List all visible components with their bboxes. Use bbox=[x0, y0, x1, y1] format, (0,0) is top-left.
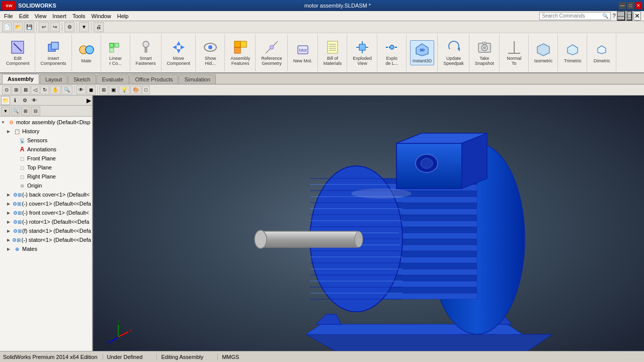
menu-help[interactable]: Help bbox=[114, 12, 132, 20]
mate-button[interactable]: Mate bbox=[75, 41, 98, 65]
search-box[interactable]: 🔍 bbox=[539, 12, 611, 20]
undo-button[interactable]: ↩ bbox=[39, 22, 49, 32]
explo-line-button[interactable]: Explode L... bbox=[381, 38, 403, 67]
tab-sketch[interactable]: Sketch bbox=[68, 74, 96, 84]
trimetric-button[interactable]: Trimetric bbox=[561, 41, 584, 65]
new-document-button[interactable]: 📄 bbox=[2, 22, 12, 32]
tree-stator-item[interactable]: ▶ ⚙⊞ (-) stator<1> (Default<<Defa bbox=[0, 235, 92, 244]
isometric-button[interactable]: Isometric bbox=[532, 41, 555, 65]
rebuild-button[interactable]: ⚙ bbox=[64, 22, 74, 32]
print-button[interactable]: 🖨 bbox=[94, 22, 104, 32]
minimize-button[interactable]: — bbox=[619, 2, 626, 9]
tree-expand-button[interactable]: ⊞ bbox=[21, 107, 30, 116]
tab-layout[interactable]: Layout bbox=[40, 74, 67, 84]
display-style-button[interactable]: ◼ bbox=[87, 85, 96, 95]
tree-mates-item[interactable]: ▶ ⊕ Mates bbox=[0, 244, 92, 253]
menu-edit[interactable]: Edit bbox=[16, 12, 32, 20]
tree-tab-config[interactable]: ⚙ bbox=[20, 96, 29, 105]
tab-office[interactable]: Office Products bbox=[129, 74, 178, 84]
update-speedpak-button[interactable]: UpdateSpeedpak bbox=[441, 38, 466, 67]
view-orientation-button[interactable]: ▣ bbox=[109, 85, 118, 95]
menu-view[interactable]: View bbox=[32, 12, 50, 20]
section-view-button[interactable]: ⊞ bbox=[99, 85, 108, 95]
instant3d-button[interactable]: 3D Instant3D bbox=[410, 40, 435, 65]
reference-geometry-icon bbox=[264, 39, 280, 55]
tree-top-plane-item[interactable]: ◻ Top Plane bbox=[0, 163, 92, 172]
show-hidden-button[interactable]: ShowHid... bbox=[199, 38, 221, 67]
tree-toolbar: ▼ 🔍 ⊞ ⊟ bbox=[0, 106, 92, 117]
svg-text:3D: 3D bbox=[420, 48, 425, 52]
menu-insert[interactable]: Insert bbox=[49, 12, 69, 20]
previous-view-button[interactable]: ◁ bbox=[31, 85, 40, 95]
zoom-to-area-button[interactable]: ⊠ bbox=[21, 85, 30, 95]
open-button[interactable]: 📂 bbox=[13, 22, 23, 32]
tree-front-plane-item[interactable]: ◻ Front Plane bbox=[0, 154, 92, 163]
tab-evaluate[interactable]: Evaluate bbox=[97, 74, 129, 84]
tree-history-item[interactable]: ▶ 📋 History bbox=[0, 127, 92, 136]
lights-button[interactable]: 💡 bbox=[119, 85, 130, 95]
origin-label: Origin bbox=[27, 183, 42, 189]
rotate-button[interactable]: ↻ bbox=[40, 85, 49, 95]
linear-button[interactable]: Linearr Co... bbox=[105, 38, 127, 67]
tab-simulation[interactable]: Simulation bbox=[179, 74, 215, 84]
svg-rect-43 bbox=[482, 42, 487, 44]
tree-cover-item[interactable]: ▶ ⚙⊞ (-) cover<1> (Default<<Defa bbox=[0, 199, 92, 208]
take-snapshot-button[interactable]: TakeSnapshot bbox=[473, 38, 496, 67]
toolbar-group-insert: InsertComponents bbox=[36, 34, 72, 71]
tree-filter-button[interactable]: ▼ bbox=[1, 107, 10, 116]
back-cover-label: (-) back cover<1> (Default< bbox=[22, 192, 90, 198]
tree-arrow[interactable]: ▶ bbox=[87, 97, 91, 104]
titlebar: SW SOLIDWORKS motor assembly.SLDASM * — … bbox=[0, 0, 644, 11]
hide-show-button[interactable]: 👁 bbox=[76, 85, 86, 95]
new-mot-button[interactable]: Mot New Mot. bbox=[291, 41, 314, 65]
move-component-button[interactable]: MoveComponent bbox=[165, 38, 193, 67]
tree-annotations-item[interactable]: A Annotations bbox=[0, 145, 92, 154]
tree-right-plane-item[interactable]: ◻ Right Plane bbox=[0, 172, 92, 181]
tree-search-button[interactable]: 🔍 bbox=[11, 107, 20, 116]
tree-tab-display[interactable]: 👁 bbox=[30, 96, 39, 105]
assembly-features-button[interactable]: AssemblyFeatures bbox=[228, 38, 252, 67]
appearances-button[interactable]: 🎨 bbox=[130, 85, 141, 95]
close-button[interactable]: ✕ bbox=[635, 2, 642, 9]
tree-sensors-item[interactable]: 📡 Sensors bbox=[0, 136, 92, 145]
menu-tools[interactable]: Tools bbox=[69, 12, 89, 20]
menu-file[interactable]: File bbox=[1, 12, 16, 20]
pan-button[interactable]: ✋ bbox=[50, 85, 61, 95]
menu-window[interactable]: Window bbox=[89, 12, 114, 20]
insert-components-button[interactable]: InsertComponents bbox=[39, 38, 68, 67]
bill-of-materials-button[interactable]: Bill ofMaterials bbox=[321, 38, 344, 67]
smart-fasteners-button[interactable]: SmartFasteners bbox=[134, 38, 158, 67]
search-input[interactable] bbox=[542, 13, 602, 19]
app-logo: SW SOLIDWORKS bbox=[2, 1, 56, 10]
zoom-button[interactable]: 🔍 bbox=[61, 85, 72, 95]
options-button[interactable]: ▼ bbox=[79, 22, 89, 32]
tree-root-item[interactable]: ▼ ⚙ motor assembly (Default<Disp bbox=[0, 118, 92, 127]
app-minimize-button[interactable]: — bbox=[617, 11, 625, 21]
zoom-to-fit-button[interactable]: ⊞ bbox=[12, 85, 21, 95]
tree-rotor-item[interactable]: ▶ ⚙⊞ (-) rotor<1> (Default<<Defa bbox=[0, 217, 92, 226]
tree-tab-property[interactable]: ℹ bbox=[11, 96, 20, 105]
app-close-button[interactable]: ✕ bbox=[633, 11, 641, 21]
tree-collapse-button[interactable]: ⊟ bbox=[31, 107, 40, 116]
tree-tab-feature[interactable]: 📁 bbox=[1, 96, 10, 105]
tree-front-cover-item[interactable]: ▶ ⚙⊞ (-) front cover<1> (Default< bbox=[0, 208, 92, 217]
exploded-view-button[interactable]: ExplodedView bbox=[351, 38, 374, 67]
edit-component-button[interactable]: EditComponent bbox=[4, 38, 32, 67]
dimetric-button[interactable]: Dimetric bbox=[591, 41, 613, 65]
app-maximize-button[interactable]: □ bbox=[626, 11, 632, 21]
reference-geometry-button[interactable]: ReferenceGeometry bbox=[259, 38, 284, 67]
redo-button[interactable]: ↪ bbox=[50, 22, 60, 32]
root-label: motor assembly (Default<Disp bbox=[16, 119, 91, 125]
tree-origin-item[interactable]: ⊕ Origin bbox=[0, 181, 92, 190]
view-selector-button[interactable]: ⊙ bbox=[2, 85, 11, 95]
tree-back-cover-item[interactable]: ▶ ⚙⊞ (-) back cover<1> (Default< bbox=[0, 190, 92, 199]
normal-to-button[interactable]: NormalTo bbox=[503, 38, 525, 67]
tree-tabs: 📁 ℹ ⚙ 👁 ▶ bbox=[0, 96, 92, 106]
tree-stand-item[interactable]: ▶ ⚙⊞ (f) stand<1> (Default<<Defa bbox=[0, 226, 92, 235]
dimetric-icon bbox=[594, 42, 610, 58]
maximize-button[interactable]: □ bbox=[627, 2, 634, 9]
scene-button[interactable]: □ bbox=[142, 85, 150, 95]
toolbar-group-isometric: Isometric bbox=[529, 34, 558, 71]
save-button[interactable]: 💾 bbox=[24, 22, 34, 32]
tab-assembly[interactable]: Assembly bbox=[2, 74, 39, 84]
